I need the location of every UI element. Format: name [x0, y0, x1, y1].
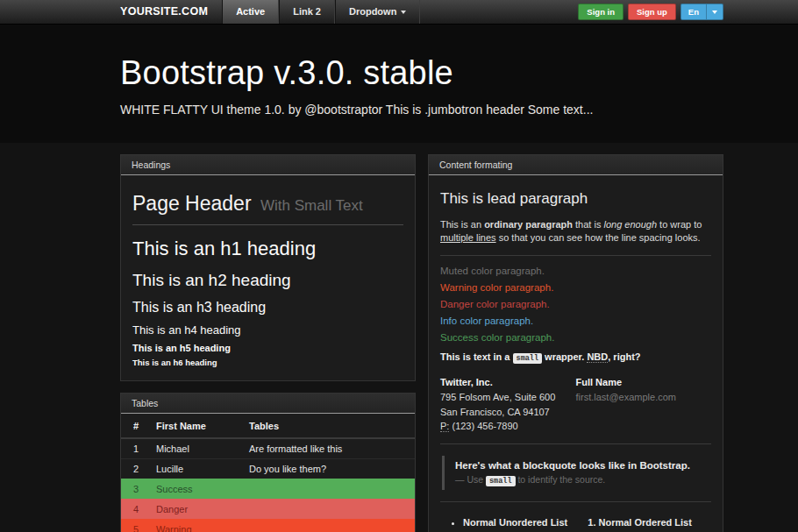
content-panel-body: This is lead paragraph This is an ordina…: [429, 175, 723, 532]
row-number-cell: 1: [121, 438, 149, 459]
page-title: Bootstrap v.3.0. stable: [120, 54, 723, 92]
table-row: 2 Lucille Do you like them?: [121, 459, 415, 479]
phone-line: P: (123) 456-7890: [440, 419, 576, 434]
divider: [440, 443, 711, 444]
list-item: Normal Ordered List: [599, 517, 712, 528]
abbr-phone: P:: [440, 421, 449, 432]
ordered-list: Normal Ordered List Can Also Work With N…: [576, 517, 712, 532]
italic-text: long enough: [603, 219, 657, 230]
row-number-cell: 4: [121, 500, 149, 520]
page-header-small: With Small Text: [260, 197, 363, 214]
sign-up-button[interactable]: Sign up: [628, 4, 676, 20]
small-wrapper-line: This is text in a small wrapper. NBD, ri…: [440, 351, 711, 363]
text-segment: wrapper.: [542, 351, 587, 362]
navbar: YOURSITE.COM Active Link 2 Dropdown Sign…: [0, 0, 798, 25]
page-header: Page Header With Small Text: [132, 187, 403, 225]
success-paragraph: Success color paragraph.: [440, 332, 711, 343]
brand-link[interactable]: YOURSITE.COM: [120, 0, 222, 24]
headings-panel: Headings Page Header With Small Text Thi…: [120, 154, 416, 381]
row-number-cell: 2: [121, 459, 149, 479]
text-segment: This is an: [440, 219, 484, 230]
jumbotron-inner: Bootstrap v.3.0. stable WHITE FLATTY UI …: [120, 54, 723, 117]
language-button[interactable]: En: [680, 4, 723, 20]
text-segment: — Use: [455, 474, 486, 485]
text-segment: to identify the source.: [516, 474, 606, 485]
underlined-text: multiple lines: [440, 232, 496, 243]
address-line: San Francisco, CA 94107: [440, 405, 576, 420]
code-chip: small: [486, 476, 516, 486]
first-name-cell: Lucille: [149, 459, 242, 479]
lists-section: Normal Unordered List Can Also Work With…: [440, 512, 711, 532]
muted-paragraph: Muted color paragraph.: [440, 266, 711, 276]
first-name-cell: Success: [149, 479, 242, 500]
column-header-desc: Tables: [242, 414, 415, 438]
text-segment: , right?: [608, 351, 640, 362]
h2-sample: This is an h2 heading: [132, 271, 403, 290]
language-dropdown-toggle[interactable]: [706, 4, 723, 19]
blockquote-footer: — Use small to identify the source.: [455, 474, 711, 486]
description-cell: Are formatted like this: [242, 438, 415, 459]
divider: [440, 501, 711, 502]
page-subtitle: WHITE FLATTY UI theme 1.0. by @bootstrap…: [120, 103, 723, 117]
table-row: 1 Michael Are formatted like this: [121, 438, 415, 459]
nav-item-label: Active: [236, 0, 265, 24]
warning-paragraph: Warning color paragraph.: [440, 282, 711, 293]
h1-sample: This is an h1 heading: [132, 238, 403, 260]
column-header-num: #: [121, 414, 149, 438]
tables-panel: Tables # First Name Tables 1 Michael Are…: [120, 393, 416, 532]
danger-paragraph: Danger color paragraph.: [440, 299, 711, 309]
content-formatting-panel: Content formating This is lead paragraph…: [428, 154, 723, 532]
sample-table: # First Name Tables 1 Michael Are format…: [121, 414, 415, 532]
code-chip: small: [513, 353, 543, 364]
abbr-nbd: NBD: [587, 351, 608, 363]
row-number-cell: 5: [121, 520, 149, 532]
nav-item-link2[interactable]: Link 2: [279, 0, 335, 24]
jumbotron: Bootstrap v.3.0. stable WHITE FLATTY UI …: [0, 25, 798, 143]
info-paragraph: Info color paragraph.: [440, 316, 711, 326]
table-row-success: 3 Success: [121, 479, 415, 500]
phone-number: (123) 456-7890: [449, 421, 517, 431]
left-column: Headings Page Header With Small Text Thi…: [120, 154, 416, 532]
company-name: Twitter, Inc.: [440, 375, 576, 390]
caret-down-icon: [712, 11, 717, 14]
text-segment: This is text in a: [440, 351, 513, 362]
lead-paragraph: This is lead paragraph: [440, 190, 711, 208]
blockquote-text: Here's what a blockquote looks like in B…: [455, 460, 711, 471]
caret-down-icon: [401, 11, 406, 14]
first-name-cell: Danger: [149, 500, 242, 520]
list-item: Normal Unordered List: [463, 517, 576, 528]
address-line: 795 Folsom Ave, Suite 600: [440, 390, 576, 405]
description-cell: [242, 500, 415, 520]
text-segment: so that you can see how the line spacing…: [496, 232, 701, 243]
text-segment: that is: [573, 219, 603, 230]
content-panel-title: Content formating: [429, 155, 723, 175]
navbar-container: YOURSITE.COM Active Link 2 Dropdown Sign…: [120, 0, 723, 24]
bold-text: ordinary paragraph: [484, 219, 573, 230]
navbar-buttons: Sign in Sign up En: [578, 0, 723, 24]
h5-sample: This is an h5 heading: [132, 343, 403, 353]
headings-panel-title: Headings: [121, 155, 415, 175]
nav-item-label: Dropdown: [349, 0, 396, 24]
ordinary-paragraph: This is an ordinary paragraph that is lo…: [440, 218, 711, 245]
email-link[interactable]: first.last@example.com: [576, 392, 676, 402]
contact-address: Full Name first.last@example.com: [576, 375, 712, 434]
unordered-list: Normal Unordered List Can Also Work With…: [440, 517, 576, 532]
table-row-warning: 5 Warning: [121, 520, 415, 532]
sign-in-button[interactable]: Sign in: [578, 4, 623, 20]
row-number-cell: 3: [121, 479, 149, 500]
description-cell: Do you like them?: [242, 459, 415, 479]
h4-sample: This is an h4 heading: [132, 323, 403, 337]
nav-item-dropdown[interactable]: Dropdown: [335, 0, 420, 24]
table-header: # First Name Tables: [121, 414, 415, 438]
language-label: En: [681, 4, 706, 19]
divider: [440, 255, 711, 256]
company-address: Twitter, Inc. 795 Folsom Ave, Suite 600 …: [440, 375, 576, 434]
blockquote: Here's what a blockquote looks like in B…: [442, 456, 711, 490]
nav-item-active[interactable]: Active: [222, 0, 279, 24]
h6-sample: This is an h6 heading: [132, 358, 403, 367]
right-column: Content formating This is lead paragraph…: [428, 154, 723, 532]
h3-sample: This is an h3 heading: [132, 300, 403, 316]
contact-name: Full Name: [576, 375, 712, 390]
first-name-cell: Michael: [149, 438, 242, 459]
table-row-danger: 4 Danger: [121, 500, 415, 520]
